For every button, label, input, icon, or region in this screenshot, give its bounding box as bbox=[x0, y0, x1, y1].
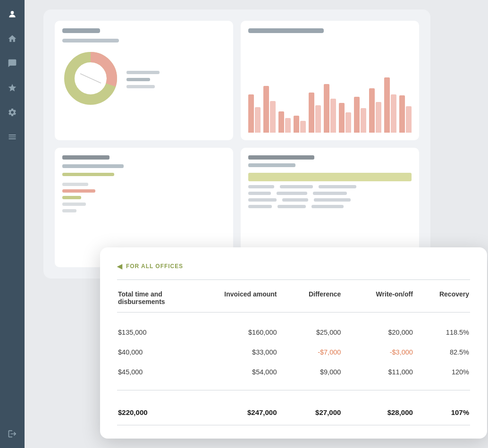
bar-tall bbox=[339, 103, 345, 133]
table-cell: $40,000 bbox=[118, 343, 205, 362]
bar-tall bbox=[278, 111, 284, 133]
br-cell bbox=[277, 192, 307, 195]
col-header-recovery: Recovery bbox=[414, 290, 469, 311]
difference-sum: $27,000 bbox=[278, 401, 341, 420]
donut-chart bbox=[62, 50, 119, 109]
bl-row-bar-5 bbox=[62, 209, 76, 212]
donut-title-bar bbox=[62, 28, 100, 33]
table-cell: $160,000 bbox=[206, 323, 277, 342]
br-highlight-row bbox=[248, 173, 412, 181]
modal-data-table: $135,000$160,000$25,000$20,000118.5%$40,… bbox=[117, 322, 470, 382]
bar-tall bbox=[384, 77, 390, 133]
legend-bar-2 bbox=[126, 78, 150, 81]
bl-row-bar-1 bbox=[62, 183, 88, 186]
table-cell: $135,000 bbox=[118, 323, 205, 342]
main-content: ◀ FOR ALL OFFICES Total time and disburs… bbox=[25, 0, 488, 448]
legend-bar-3 bbox=[126, 85, 155, 88]
br-cell bbox=[248, 185, 274, 188]
br-subtitle bbox=[248, 163, 295, 167]
bl-row-bar-4 bbox=[62, 203, 86, 206]
table-row: $40,000$33,000-$7,000-$3,00082.5% bbox=[118, 343, 469, 362]
bar-short bbox=[391, 94, 396, 133]
bar-group bbox=[369, 88, 381, 133]
br-cell bbox=[248, 192, 271, 195]
invoiced-sum: $247,000 bbox=[206, 401, 277, 420]
chat-icon[interactable] bbox=[6, 57, 19, 70]
sidebar bbox=[0, 0, 25, 448]
br-cell bbox=[278, 205, 306, 208]
bl-row-3 bbox=[62, 196, 226, 199]
br-cell bbox=[248, 205, 272, 208]
bar-tall bbox=[369, 88, 375, 133]
table-cell: $33,000 bbox=[206, 343, 277, 362]
menu-icon[interactable] bbox=[6, 130, 19, 144]
donut-area bbox=[62, 50, 226, 109]
bar-tall bbox=[248, 94, 254, 133]
bar-short bbox=[345, 112, 351, 133]
modal-table: Total time and disbursements Invoiced am… bbox=[117, 289, 470, 312]
bl-row-2 bbox=[62, 189, 226, 193]
bar-short bbox=[285, 118, 291, 133]
settings-icon[interactable] bbox=[6, 106, 19, 119]
logout-icon[interactable] bbox=[6, 427, 19, 440]
bar-tall bbox=[294, 116, 299, 133]
bar-chart-card bbox=[241, 21, 419, 140]
col-header-writeon: Write-on/off bbox=[342, 290, 413, 311]
bar-short bbox=[315, 105, 321, 133]
col-header-invoiced: Invoiced amount bbox=[206, 290, 277, 311]
modal-header-divider bbox=[117, 312, 470, 313]
table-cell: -$7,000 bbox=[278, 343, 341, 362]
table-cell: $9,000 bbox=[278, 363, 341, 381]
bar-group bbox=[263, 86, 276, 133]
bl-row-bar-3 bbox=[62, 196, 81, 199]
bar-short bbox=[376, 102, 381, 133]
bar-short bbox=[330, 99, 336, 133]
modal-card: ◀ FOR ALL OFFICES Total time and disburs… bbox=[100, 247, 487, 439]
bar-short bbox=[255, 107, 261, 133]
bar-short bbox=[300, 121, 306, 133]
star-icon[interactable] bbox=[6, 81, 19, 94]
br-cell bbox=[282, 198, 308, 202]
bl-accent bbox=[62, 173, 114, 176]
br-row-4 bbox=[248, 205, 412, 208]
bar-group bbox=[309, 93, 321, 133]
table-cell: 120% bbox=[414, 363, 469, 381]
br-row-2 bbox=[248, 192, 412, 195]
home-icon[interactable] bbox=[6, 32, 19, 45]
bar-group bbox=[399, 95, 412, 133]
writeon-sum: $28,000 bbox=[342, 401, 413, 420]
bar-group bbox=[294, 116, 306, 133]
recovery-sum: 107% bbox=[414, 401, 469, 420]
table-cell: $20,000 bbox=[342, 323, 413, 342]
modal-header: ◀ FOR ALL OFFICES bbox=[117, 262, 470, 270]
donut-chart-card bbox=[55, 21, 233, 140]
bar-short bbox=[406, 106, 412, 133]
legend-bar-1 bbox=[126, 71, 160, 74]
bl-row-bar-2 bbox=[62, 189, 95, 193]
bar-short bbox=[270, 101, 276, 133]
bl-row-1 bbox=[62, 183, 226, 186]
bl-rows bbox=[62, 183, 226, 212]
table-header-row: Total time and disbursements Invoiced am… bbox=[118, 290, 469, 311]
bar-group bbox=[339, 103, 351, 133]
table-row: $45,000$54,000$9,000$11,000120% bbox=[118, 363, 469, 381]
table-cell: $11,000 bbox=[342, 363, 413, 381]
user-icon[interactable] bbox=[6, 8, 19, 21]
modal-final-divider bbox=[117, 425, 470, 425]
bar-group bbox=[384, 77, 396, 133]
totals-row: $220,000 $247,000 $27,000 $28,000 107% bbox=[118, 401, 469, 420]
table-cell: -$3,000 bbox=[342, 343, 413, 362]
bar-chart-area bbox=[248, 37, 412, 133]
bl-row-5 bbox=[62, 209, 226, 212]
table-cell: $54,000 bbox=[206, 363, 277, 381]
svg-point-0 bbox=[11, 11, 14, 14]
donut-subtitle-bar bbox=[62, 39, 119, 42]
bar-group bbox=[324, 84, 336, 133]
bar-tall bbox=[263, 86, 269, 133]
br-row-3 bbox=[248, 198, 412, 202]
bar-tall bbox=[399, 95, 405, 133]
modal-top-divider bbox=[117, 279, 470, 280]
modal-header-text: FOR ALL OFFICES bbox=[126, 263, 183, 270]
bar-tall bbox=[354, 97, 360, 133]
bar-tall bbox=[324, 84, 329, 133]
